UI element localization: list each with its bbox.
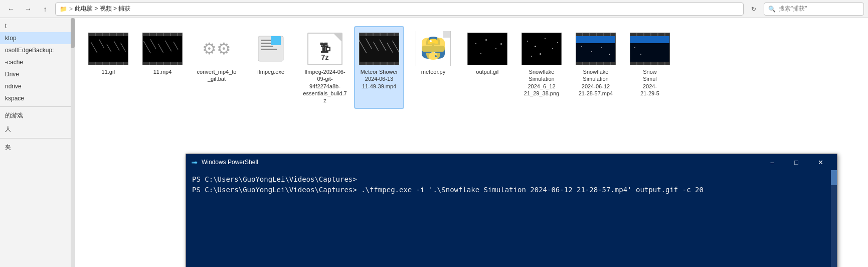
meteor-rain-1 bbox=[359, 40, 367, 53]
snow-dot bbox=[495, 48, 496, 49]
file-thumb-exe bbox=[251, 31, 291, 66]
file-item-11gif[interactable]: 11.gif bbox=[83, 26, 133, 109]
ps-minimize-button[interactable]: – bbox=[761, 154, 784, 170]
svg-point-6 bbox=[430, 40, 432, 42]
snow-dot bbox=[640, 54, 641, 55]
file-thumb-11gif bbox=[88, 31, 128, 66]
file-item-bat[interactable]: ⚙⚙ convert_mp4_to_gif.bat bbox=[192, 26, 242, 109]
ps-maximize-button[interactable]: □ bbox=[785, 154, 808, 170]
snow-blue-bar2 bbox=[630, 36, 669, 43]
meteor-rain-3 bbox=[373, 42, 379, 51]
snow-dot bbox=[535, 46, 536, 47]
snow-dot bbox=[531, 56, 532, 57]
snow-dot bbox=[634, 47, 635, 48]
thumb-7z: 🗜 7z bbox=[307, 33, 342, 65]
file-thumb-snow-partial bbox=[630, 31, 670, 66]
sidebar-item-ndrive[interactable]: ndrive bbox=[0, 80, 75, 92]
sidebar-divider bbox=[0, 106, 75, 107]
snow-dot bbox=[485, 39, 487, 41]
search-icon: 🔍 bbox=[768, 6, 776, 13]
file-item-outputgif[interactable]: output.gif bbox=[462, 26, 512, 109]
snow-dot bbox=[552, 48, 553, 49]
snow-dot bbox=[557, 42, 558, 43]
exe-icon bbox=[256, 34, 286, 64]
7z-text: 7z bbox=[321, 53, 329, 61]
file-thumb-outputgif bbox=[467, 31, 507, 66]
file-thumb-snow-png bbox=[522, 31, 562, 66]
thumb-snow-png bbox=[522, 33, 562, 65]
rain-line bbox=[91, 42, 97, 53]
file-item-11mp4[interactable]: 11.mp4 bbox=[137, 26, 188, 109]
refresh-button[interactable]: ↻ bbox=[747, 2, 761, 16]
thumb-exe bbox=[253, 33, 288, 65]
file-label-bat: convert_mp4_to_gif.bat bbox=[197, 68, 237, 83]
search-placeholder: 搜索"捕获" bbox=[779, 5, 807, 13]
file-item-exe[interactable]: ffmpeg.exe bbox=[246, 26, 296, 109]
meteor-rain-4 bbox=[380, 39, 387, 51]
sidebar-item-folder[interactable]: 夹 bbox=[0, 141, 75, 154]
ps-scrollthumb[interactable] bbox=[831, 170, 837, 185]
svg-rect-5 bbox=[271, 36, 281, 45]
sidebar-item-kspace[interactable]: kspace bbox=[0, 92, 75, 104]
snow-dot bbox=[540, 53, 541, 55]
forward-button[interactable]: → bbox=[21, 2, 35, 16]
sidebar-item-drive[interactable]: Drive bbox=[0, 68, 75, 80]
ps-scrollbar[interactable] bbox=[831, 170, 837, 267]
sidebar-item-t[interactable]: t bbox=[0, 20, 75, 32]
svg-rect-4 bbox=[261, 49, 277, 50]
sidebar-item-person[interactable]: 人 bbox=[0, 122, 75, 136]
rain-line bbox=[114, 41, 120, 51]
breadcrumb[interactable]: 📁 > 此电脑 > 视频 > 捕获 bbox=[55, 3, 744, 16]
snow-dot bbox=[609, 54, 610, 55]
rain-line bbox=[99, 39, 104, 48]
file-item-7z[interactable]: 🗜 7z ffmpeg-2024-06-09-git-94f2274a8b-es… bbox=[300, 26, 350, 109]
sidebar-item-games[interactable]: 的游戏 bbox=[0, 109, 75, 122]
sidebar: t ktop osoftEdgeBackup: -cache Drive ndr… bbox=[0, 18, 75, 267]
ps-line-2: PS C:\Users\GuoYongLei\Videos\Captures> … bbox=[192, 185, 831, 195]
back-button[interactable]: ← bbox=[4, 2, 18, 16]
sidebar-item-edge[interactable]: osoftEdgeBackup: bbox=[0, 44, 75, 56]
file-item-snow-png[interactable]: SnowflakeSimulation2024_6_1221_29_38.png bbox=[516, 26, 567, 109]
ps-window-controls: – □ ✕ bbox=[761, 154, 832, 170]
sidebar-scrollthumb[interactable] bbox=[71, 18, 75, 48]
thumb-meteor bbox=[359, 33, 399, 65]
rain-line bbox=[150, 39, 156, 49]
gears-icon: ⚙⚙ bbox=[202, 39, 231, 58]
ps-close-button[interactable]: ✕ bbox=[809, 154, 832, 170]
snow-dot bbox=[475, 43, 476, 44]
file-thumb-bat: ⚙⚙ bbox=[197, 31, 237, 66]
file-thumb-meteor bbox=[359, 31, 399, 66]
sidebar-scrollbar[interactable] bbox=[71, 18, 75, 267]
ps-icon: ➟ bbox=[191, 158, 198, 167]
ps-body[interactable]: PS C:\Users\GuoYongLei\Videos\Captures> … bbox=[186, 170, 837, 267]
file-item-snow-partial[interactable]: SnowSimul2024-21-29-5 bbox=[625, 26, 675, 109]
svg-rect-3 bbox=[261, 46, 273, 47]
snow-dot bbox=[545, 38, 546, 39]
thumb-outputgif bbox=[467, 33, 507, 65]
python-logo bbox=[421, 36, 445, 62]
file-item-meteor-mp4[interactable]: Meteor Shower2024-06-1311-49-39.mp4 bbox=[354, 26, 404, 109]
sidebar-item-cache[interactable]: -cache bbox=[0, 56, 75, 68]
up-button[interactable]: ↑ bbox=[38, 2, 52, 16]
search-box[interactable]: 🔍 搜索"捕获" bbox=[764, 3, 864, 16]
meteor-rain-2 bbox=[366, 38, 372, 49]
file-item-snow-mp4[interactable]: SnowflakeSimulation2024-06-1221-28-57.mp… bbox=[571, 26, 621, 109]
snow-dot bbox=[527, 41, 528, 42]
file-thumb-11mp4 bbox=[142, 31, 183, 66]
file-label-snow-mp4: SnowflakeSimulation2024-06-1221-28-57.mp… bbox=[579, 68, 613, 97]
rain-line bbox=[158, 44, 163, 53]
thumb-py bbox=[416, 31, 451, 66]
file-thumb-7z: 🗜 7z bbox=[305, 31, 345, 66]
rain-line bbox=[143, 41, 151, 53]
file-thumb-snow-mp4 bbox=[576, 31, 616, 66]
file-label-snow-png: SnowflakeSimulation2024_6_1221_29_38.png bbox=[524, 68, 559, 97]
rain-line bbox=[173, 41, 179, 49]
file-label-snow-partial: SnowSimul2024-21-29-5 bbox=[640, 68, 659, 97]
file-item-py[interactable]: meteor.py bbox=[408, 26, 458, 109]
sidebar-item-top[interactable]: ktop bbox=[0, 32, 75, 44]
thumb-11gif bbox=[88, 33, 128, 65]
svg-point-7 bbox=[435, 55, 437, 57]
rain-line bbox=[165, 40, 171, 51]
snow-blue-bar bbox=[576, 36, 615, 43]
snow-dot bbox=[601, 47, 602, 48]
